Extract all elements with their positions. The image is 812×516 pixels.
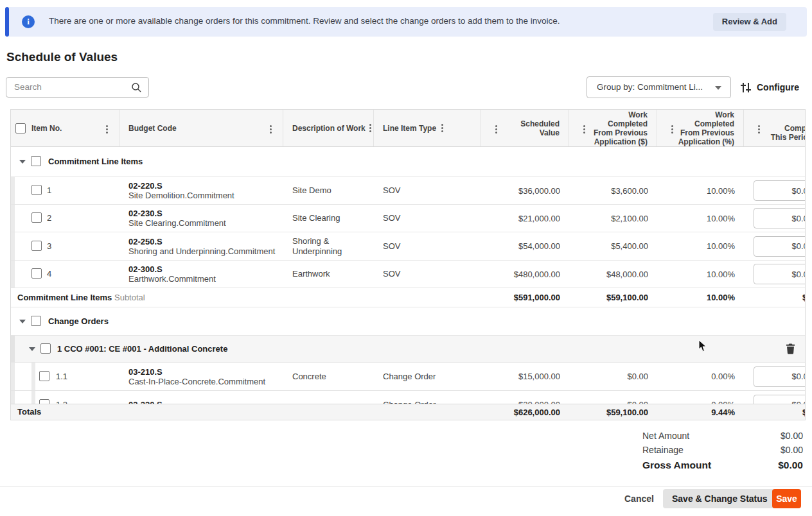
description-cell: Site Clearing (283, 205, 374, 232)
chevron-down-icon (715, 86, 721, 90)
col-label-description: Description of Work (292, 124, 366, 133)
collapse-arrow-icon[interactable] (29, 347, 35, 351)
collapse-arrow-icon[interactable] (19, 160, 26, 164)
description-cell: Site Demo (283, 177, 374, 204)
line-item-row: 302-250.SShoring and Underpinning.Commit… (11, 232, 805, 261)
row-checkbox[interactable] (31, 212, 42, 223)
column-menu-icon[interactable] (441, 123, 444, 133)
work-this-period-input[interactable] (754, 208, 805, 228)
col-label-scheduled-value: Scheduled Value (509, 119, 560, 137)
indent-guide (11, 205, 15, 232)
gross-amount-value: $0.00 (778, 460, 803, 471)
line-item-type-cell: SOV (374, 205, 481, 232)
line-item-row: 1.203-230.SChange Order$20,000.00$0.000.… (11, 391, 805, 404)
budget-code-cell: 03-230.S (119, 391, 283, 404)
review-add-button[interactable]: Review & Add (713, 13, 786, 31)
column-menu-icon[interactable] (671, 124, 674, 135)
subtotal-scheduled: $591,000.00 (481, 288, 569, 307)
column-menu-icon[interactable] (270, 124, 272, 135)
description-cell (283, 391, 374, 404)
work-this-period-input[interactable] (754, 264, 805, 284)
col-label-line-item-type: Line Item Type (383, 124, 436, 133)
gross-amount-label: Gross Amount (642, 460, 711, 471)
page-title: Schedule of Values (6, 50, 118, 64)
group-label: 1 CCO #001: CE #001 - Additional Concret… (57, 344, 227, 354)
footer-divider (0, 486, 812, 486)
cancel-button[interactable]: Cancel (619, 489, 659, 508)
schedule-of-values-table: Item No. Budget Code Description of Work… (10, 109, 806, 420)
col-header-scheduled-value[interactable]: Scheduled Value (481, 110, 569, 146)
col-header-work-prev-pct[interactable]: Work Completed From Previous Application… (657, 110, 744, 146)
column-menu-icon[interactable] (583, 124, 586, 135)
trash-icon[interactable] (786, 343, 795, 357)
item-no: 1.1 (56, 372, 67, 381)
search-box[interactable] (6, 77, 149, 98)
column-menu-icon[interactable] (758, 124, 761, 135)
indent-guide (11, 177, 15, 204)
group-by-select[interactable]: Group by: Commitment Li... (587, 76, 731, 98)
subtotal-label: Commitment Line Items Subtotal (17, 293, 145, 302)
save-and-change-status-button[interactable]: Save & Change Status (663, 489, 777, 508)
subtotal-prev-pct: 10.00% (657, 288, 744, 307)
work-this-period-input[interactable] (754, 395, 805, 404)
description-cell: Shoring & Underpinning (283, 232, 374, 260)
net-amount-label: Net Amount (642, 431, 689, 441)
indent-guide (11, 261, 15, 288)
subtotal-row: Commitment Line Items Subtotal$591,000.0… (11, 288, 805, 307)
configure-icon (740, 82, 752, 94)
col-header-work-this-period[interactable]: Work Completed This Period ($) (744, 110, 805, 146)
work-this-period-input[interactable] (754, 180, 805, 201)
col-header-budget-code[interactable]: Budget Code (119, 110, 283, 146)
col-header-item-no[interactable]: Item No. (11, 110, 119, 146)
scheduled-value-cell: $21,000.00 (481, 205, 569, 232)
mouse-cursor (698, 340, 707, 352)
group-row: Change Orders (11, 307, 805, 336)
work-prev-pct-cell: 10.00% (657, 177, 744, 204)
work-this-period-input[interactable] (754, 366, 805, 387)
row-checkbox[interactable] (39, 399, 49, 404)
item-no: 1 (47, 185, 51, 195)
work-prev-pct-cell: 0.00% (657, 391, 744, 404)
line-item-type-cell: SOV (374, 177, 481, 204)
group-checkbox[interactable] (40, 343, 51, 354)
totals-prev-pct: 9.44% (657, 404, 744, 420)
row-checkbox[interactable] (39, 371, 49, 381)
totals-this-period: $0.00 (802, 404, 805, 420)
column-menu-icon[interactable] (495, 124, 498, 135)
info-banner: i There are one or more available change… (5, 7, 807, 37)
col-header-description[interactable]: Description of Work (283, 110, 374, 146)
save-button[interactable]: Save (772, 489, 801, 508)
scheduled-value-cell: $20,000.00 (481, 391, 569, 404)
row-checkbox[interactable] (31, 241, 42, 251)
line-item-type-cell: SOV (374, 232, 481, 260)
totals-row: Totals $626,000.00 $59,100.00 9.44% $0.0… (11, 404, 805, 420)
work-prev-amt-cell: $0.00 (569, 363, 657, 390)
col-header-line-item-type[interactable]: Line Item Type (374, 110, 481, 146)
line-item-type-cell: SOV (374, 261, 481, 288)
work-this-period-input[interactable] (754, 236, 805, 257)
row-checkbox[interactable] (31, 185, 42, 195)
work-prev-pct-cell: 10.00% (657, 261, 744, 288)
group-by-value: Group by: Commitment Li... (597, 82, 703, 92)
col-label-item-no: Item No. (31, 124, 62, 133)
budget-code-cell: 03-210.SCast-In-Place-Concrete.Commitmen… (119, 363, 283, 390)
col-label-work-prev-amt: Work Completed From Previous Application… (592, 110, 648, 146)
configure-button[interactable]: Configure (740, 82, 752, 94)
scheduled-value-cell: $36,000.00 (481, 177, 569, 204)
group-checkbox[interactable] (31, 156, 41, 166)
line-item-row: 402-300.SEarthwork.CommitmentEarthworkSO… (11, 261, 805, 288)
group-row: 1 CCO #001: CE #001 - Additional Concret… (11, 336, 805, 363)
column-menu-icon[interactable] (106, 124, 109, 135)
column-menu-icon[interactable] (369, 123, 372, 133)
select-all-checkbox[interactable] (15, 123, 26, 133)
group-checkbox[interactable] (31, 316, 41, 326)
group-label: Change Orders (48, 316, 109, 326)
item-no: 2 (47, 213, 51, 223)
search-input[interactable] (14, 82, 130, 92)
row-checkbox[interactable] (31, 268, 42, 279)
collapse-arrow-icon[interactable] (19, 320, 26, 323)
col-label-work-prev-pct: Work Completed From Previous Application… (676, 110, 734, 146)
work-prev-amt-cell: $2,100.00 (569, 205, 657, 232)
info-icon: i (22, 15, 35, 28)
col-header-work-prev-amt[interactable]: Work Completed From Previous Application… (569, 110, 657, 146)
